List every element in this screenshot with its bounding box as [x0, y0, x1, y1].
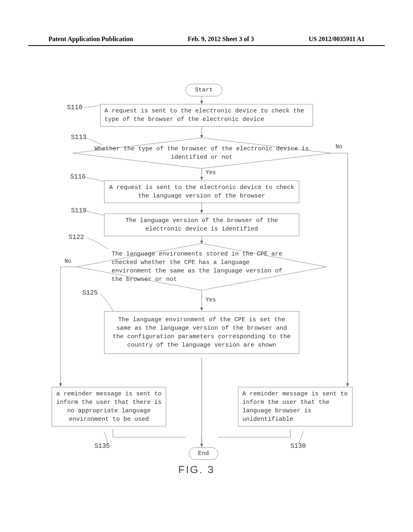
- step-s110: A request is sent to the electronic devi…: [100, 104, 313, 127]
- label-no-s122: No: [65, 258, 71, 264]
- step-s130-text: A reminder message is sent to inform the…: [242, 391, 348, 423]
- decision-s113: Whether the type of the browser of the e…: [73, 138, 331, 168]
- step-s125-text: The language environment of the CPE is s…: [113, 316, 290, 349]
- label-yes-s113: Yes: [206, 169, 216, 176]
- step-s116-text: A request is sent to the electronic devi…: [109, 184, 294, 200]
- start-terminator: Start: [186, 84, 222, 96]
- tag-s110: S110: [67, 104, 82, 111]
- decision-s122-text: The language environments stored in the …: [112, 250, 292, 284]
- tag-s122: S122: [69, 234, 84, 241]
- label-no-s113: No: [336, 143, 342, 150]
- start-label: Start: [195, 87, 213, 94]
- tag-s135: S135: [94, 443, 110, 450]
- step-s119-text: The language version of the browser of t…: [125, 217, 278, 233]
- label-yes-s122: Yes: [206, 297, 216, 303]
- step-s116: A request is sent to the electronic devi…: [104, 181, 299, 203]
- step-s130: A reminder message is sent to inform the…: [238, 387, 353, 426]
- decision-s122: The language environments stored in the …: [77, 243, 327, 290]
- step-s135: a reminder message is sent to inform the…: [52, 387, 166, 426]
- end-terminator: End: [189, 447, 218, 460]
- tag-s125: S125: [82, 289, 98, 297]
- end-label: End: [198, 450, 209, 457]
- step-s110-text: A request is sent to the electronic devi…: [104, 108, 304, 123]
- tag-s130: S130: [290, 443, 306, 450]
- decision-s113-text: Whether the type of the browser of the e…: [92, 145, 311, 162]
- tag-s119: S119: [71, 207, 86, 214]
- step-s125: The language environment of the CPE is s…: [104, 311, 299, 354]
- tag-s116: S116: [70, 173, 86, 181]
- step-s135-text: a reminder message is sent to inform the…: [56, 391, 161, 423]
- step-s119: The language version of the browser of t…: [104, 214, 299, 236]
- figure-label: FIG. 3: [178, 463, 215, 476]
- tag-s113: S113: [71, 134, 86, 141]
